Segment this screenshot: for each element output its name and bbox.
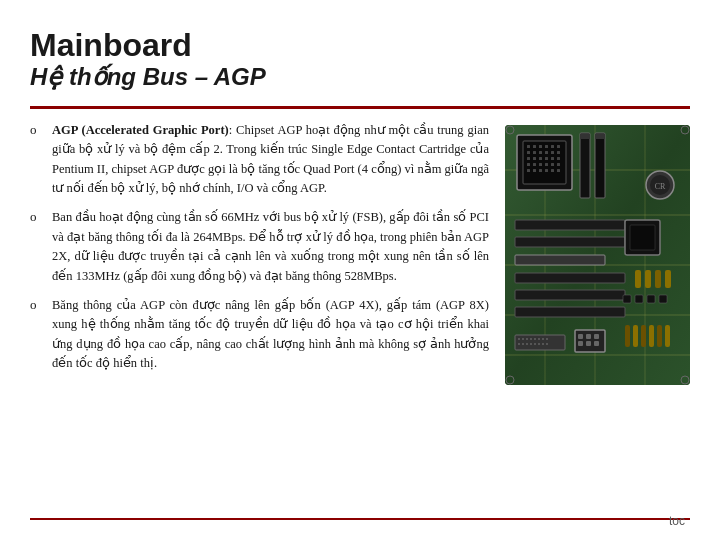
svg-rect-80	[586, 334, 591, 339]
svg-rect-31	[533, 163, 536, 166]
svg-rect-76	[542, 343, 544, 345]
svg-rect-70	[518, 343, 520, 345]
svg-rect-34	[551, 163, 554, 166]
svg-rect-51	[515, 307, 625, 317]
svg-rect-25	[533, 157, 536, 160]
svg-rect-65	[530, 338, 532, 340]
svg-rect-72	[526, 343, 528, 345]
svg-rect-18	[527, 151, 530, 154]
list-item: o AGP (Accelerated Graphic Port): Chipse…	[30, 121, 489, 199]
svg-rect-69	[546, 338, 548, 340]
svg-rect-56	[655, 270, 661, 288]
svg-rect-53	[630, 225, 655, 250]
list-item: o Băng thông của AGP còn được nâng lên g…	[30, 296, 489, 374]
svg-rect-50	[515, 290, 625, 300]
svg-rect-63	[522, 338, 524, 340]
svg-rect-44	[580, 134, 590, 139]
svg-rect-92	[635, 295, 643, 303]
bullet-marker-1: o	[30, 122, 44, 138]
bullet-marker-3: o	[30, 297, 44, 313]
svg-rect-26	[539, 157, 542, 160]
svg-text:CR: CR	[655, 182, 666, 191]
svg-rect-42	[580, 133, 590, 198]
motherboard-image: CR	[505, 125, 690, 385]
svg-rect-29	[557, 157, 560, 160]
toc-label: toc	[669, 514, 685, 528]
svg-rect-74	[534, 343, 536, 345]
svg-rect-46	[515, 220, 625, 230]
svg-rect-19	[533, 151, 536, 154]
svg-rect-55	[645, 270, 651, 288]
svg-rect-64	[526, 338, 528, 340]
svg-rect-41	[557, 169, 560, 172]
svg-rect-22	[551, 151, 554, 154]
image-section: CR	[505, 121, 690, 508]
content-area: o AGP (Accelerated Graphic Port): Chipse…	[30, 121, 690, 508]
svg-rect-67	[538, 338, 540, 340]
svg-rect-30	[527, 163, 530, 166]
svg-rect-91	[623, 295, 631, 303]
top-divider	[30, 106, 690, 109]
svg-rect-88	[649, 325, 654, 347]
text-content: o AGP (Accelerated Graphic Port): Chipse…	[30, 121, 489, 508]
svg-rect-49	[515, 273, 625, 283]
bullet-marker-2: o	[30, 209, 44, 225]
main-title: Mainboard	[30, 28, 690, 63]
svg-rect-16	[551, 145, 554, 148]
svg-rect-90	[665, 325, 670, 347]
slide-container: Mainboard Hệ thống Bus – AGP o AGP (Acce…	[0, 0, 720, 540]
svg-rect-12	[527, 145, 530, 148]
svg-rect-43	[595, 133, 605, 198]
svg-rect-14	[539, 145, 542, 148]
svg-rect-40	[551, 169, 554, 172]
svg-rect-36	[527, 169, 530, 172]
svg-rect-24	[527, 157, 530, 160]
svg-rect-68	[542, 338, 544, 340]
svg-rect-71	[522, 343, 524, 345]
svg-rect-17	[557, 145, 560, 148]
bullet-text-1: AGP (Accelerated Graphic Port): Chipset …	[52, 121, 489, 199]
svg-rect-81	[594, 334, 599, 339]
svg-rect-54	[635, 270, 641, 288]
svg-rect-15	[545, 145, 548, 148]
svg-rect-83	[586, 341, 591, 346]
svg-rect-93	[647, 295, 655, 303]
svg-rect-77	[546, 343, 548, 345]
svg-rect-23	[557, 151, 560, 154]
svg-rect-35	[557, 163, 560, 166]
svg-rect-32	[539, 163, 542, 166]
motherboard-svg: CR	[505, 125, 690, 385]
svg-rect-45	[595, 134, 605, 139]
svg-rect-48	[515, 255, 605, 265]
svg-rect-37	[533, 169, 536, 172]
sub-title: Hệ thống Bus – AGP	[30, 63, 690, 92]
svg-rect-73	[530, 343, 532, 345]
svg-rect-86	[633, 325, 638, 347]
svg-rect-27	[545, 157, 548, 160]
svg-rect-85	[625, 325, 630, 347]
svg-rect-20	[539, 151, 542, 154]
bottom-divider	[30, 518, 690, 520]
bullet-text-2: Ban đầu hoạt động cùng tần số 66MHz với …	[52, 208, 489, 286]
svg-rect-66	[534, 338, 536, 340]
svg-rect-75	[538, 343, 540, 345]
svg-rect-84	[594, 341, 599, 346]
svg-rect-38	[539, 169, 542, 172]
svg-rect-28	[551, 157, 554, 160]
svg-rect-82	[578, 341, 583, 346]
svg-rect-21	[545, 151, 548, 154]
svg-rect-79	[578, 334, 583, 339]
svg-rect-62	[518, 338, 520, 340]
svg-rect-57	[665, 270, 671, 288]
svg-rect-13	[533, 145, 536, 148]
bullet-text-3: Băng thông của AGP còn được nâng lên gấp…	[52, 296, 489, 374]
svg-rect-33	[545, 163, 548, 166]
svg-rect-47	[515, 237, 625, 247]
svg-rect-61	[515, 335, 565, 350]
svg-rect-89	[657, 325, 662, 347]
svg-rect-87	[641, 325, 646, 347]
list-item: o Ban đầu hoạt động cùng tần số 66MHz vớ…	[30, 208, 489, 286]
svg-rect-94	[659, 295, 667, 303]
svg-rect-39	[545, 169, 548, 172]
title-section: Mainboard Hệ thống Bus – AGP	[30, 28, 690, 92]
